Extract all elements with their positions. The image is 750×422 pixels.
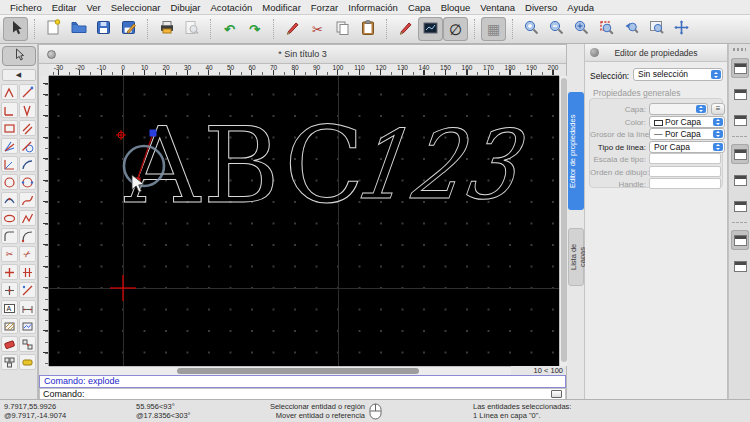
- tool-image[interactable]: [19, 318, 36, 334]
- color-combobox[interactable]: Por Capa: [649, 116, 725, 128]
- menu-fichero[interactable]: Fichero: [5, 2, 47, 13]
- horizontal-scrollbar[interactable]: [49, 366, 511, 375]
- tool-trim-two[interactable]: [19, 264, 36, 280]
- menu-informacion[interactable]: Información: [343, 2, 403, 13]
- dock-properties-panel-button[interactable]: [731, 58, 749, 78]
- line-type-combobox[interactable]: Por Capa: [649, 141, 725, 153]
- dock-blocks-panel-button[interactable]: [731, 84, 749, 104]
- redo-button[interactable]: ↷: [242, 17, 267, 41]
- zoom-in-button[interactable]: [519, 17, 544, 41]
- pan-button[interactable]: [669, 17, 694, 41]
- tool-polyline[interactable]: [19, 210, 36, 226]
- stepper-icon[interactable]: [713, 143, 723, 151]
- menu-capa[interactable]: Capa: [403, 2, 436, 13]
- dock-library-panel-button[interactable]: [731, 110, 749, 130]
- tool-dimension[interactable]: [19, 300, 36, 316]
- tool-line-rectangle[interactable]: [1, 120, 18, 136]
- menu-bloque[interactable]: Bloque: [436, 2, 476, 13]
- tool-line-bisector[interactable]: [1, 138, 18, 154]
- tool-spline[interactable]: [19, 192, 36, 208]
- pen-properties-button[interactable]: [393, 17, 418, 41]
- cut-button[interactable]: ✂: [305, 17, 330, 41]
- tool-fillet-radius[interactable]: [19, 228, 36, 244]
- select-tool-button[interactable]: [3, 17, 28, 41]
- menu-dibujar[interactable]: Dibujar: [165, 2, 205, 13]
- dock-clipboard-button[interactable]: [731, 256, 749, 276]
- draw-order-field[interactable]: [649, 166, 721, 177]
- tool-circle[interactable]: [1, 174, 18, 190]
- grip-handle-blue[interactable]: [150, 130, 157, 137]
- menu-ayuda[interactable]: Ayuda: [562, 2, 599, 13]
- tool-offset[interactable]: [19, 282, 36, 298]
- tool-line-vertical[interactable]: [19, 102, 36, 118]
- stepper-icon[interactable]: [711, 70, 721, 79]
- print-preview-button[interactable]: [179, 17, 204, 41]
- tool-line-angle[interactable]: [1, 102, 18, 118]
- paste-button[interactable]: [355, 17, 380, 41]
- tool-explode-text[interactable]: [1, 354, 18, 370]
- horizontal-scrollbar-thumb[interactable]: [177, 368, 419, 374]
- dock-layer-list-button[interactable]: [731, 144, 749, 164]
- tool-draw-order[interactable]: [19, 354, 36, 370]
- menu-acotacion[interactable]: Acotación: [206, 2, 258, 13]
- tool-trim[interactable]: [1, 264, 18, 280]
- save-button[interactable]: [91, 17, 116, 41]
- layer-combobox[interactable]: [649, 103, 708, 115]
- menu-seleccionar[interactable]: Seleccionar: [106, 2, 166, 13]
- tool-ellipse[interactable]: [1, 210, 18, 226]
- tool-arc[interactable]: [19, 156, 36, 172]
- selected-line-entity[interactable]: [137, 133, 153, 181]
- save-as-button[interactable]: [116, 17, 141, 41]
- stepper-icon[interactable]: [713, 118, 723, 126]
- zoom-out-button[interactable]: [544, 17, 569, 41]
- menu-ver[interactable]: Ver: [82, 2, 106, 13]
- pen-edit-button[interactable]: [280, 17, 305, 41]
- tool-divide[interactable]: ✂: [1, 246, 18, 262]
- dock-filter-panel-button[interactable]: [731, 170, 749, 190]
- menu-modificar[interactable]: Modificar: [257, 2, 306, 13]
- line-width-combobox[interactable]: — Por Capa: [649, 128, 725, 140]
- menu-ventana[interactable]: Ventana: [475, 2, 520, 13]
- tool-cut-two[interactable]: ✂: [19, 246, 36, 262]
- tool-fillet[interactable]: [1, 228, 18, 244]
- selection-combobox[interactable]: Sin selección: [633, 68, 723, 81]
- drawing-canvas[interactable]: ABC 123: [49, 76, 559, 366]
- layer-list-button[interactable]: ≡: [711, 103, 725, 115]
- tool-line-tangent[interactable]: [19, 138, 36, 154]
- tool-hatch[interactable]: [1, 318, 18, 334]
- dock-drag-handle[interactable]: [733, 48, 746, 51]
- grid-toggle-button[interactable]: ▦: [481, 17, 506, 41]
- zoom-selected-button[interactable]: [644, 17, 669, 41]
- tool-point[interactable]: [1, 84, 18, 100]
- tool-line-orthogonal[interactable]: [1, 156, 18, 172]
- zoom-window-button[interactable]: [594, 17, 619, 41]
- tool-line[interactable]: [19, 84, 36, 100]
- tool-lengthen[interactable]: [1, 282, 18, 298]
- tool-circle-2p[interactable]: [19, 174, 36, 190]
- zoom-previous-button[interactable]: [619, 17, 644, 41]
- drawing-preview-button[interactable]: [418, 17, 443, 41]
- menu-forzar[interactable]: Forzar: [306, 2, 343, 13]
- copy-button[interactable]: [330, 17, 355, 41]
- undo-button[interactable]: ↶: [217, 17, 242, 41]
- open-file-button[interactable]: [66, 17, 91, 41]
- current-tool-select-button[interactable]: [2, 46, 36, 66]
- dock-command-options-button[interactable]: [731, 196, 749, 216]
- tool-arc-3p[interactable]: [1, 192, 18, 208]
- tool-explode[interactable]: [19, 336, 36, 352]
- tool-eraser[interactable]: [1, 336, 18, 352]
- new-file-button[interactable]: [41, 17, 66, 41]
- command-input[interactable]: [85, 389, 551, 399]
- tool-line-parallel[interactable]: [19, 120, 36, 136]
- type-scale-field[interactable]: [649, 153, 721, 164]
- tool-text[interactable]: A: [1, 300, 18, 316]
- stepper-icon[interactable]: [696, 105, 706, 113]
- tool-back-button[interactable]: ◀: [2, 69, 36, 81]
- tab-property-editor[interactable]: Editor de propiedades: [568, 92, 584, 210]
- keyboard-icon[interactable]: [551, 390, 562, 398]
- draft-mode-button[interactable]: ∅: [443, 17, 468, 41]
- handle-field[interactable]: [649, 178, 721, 189]
- zoom-auto-button[interactable]: [569, 17, 594, 41]
- tab-layer-list[interactable]: Lista de capas: [568, 228, 584, 286]
- stepper-icon[interactable]: [713, 130, 723, 138]
